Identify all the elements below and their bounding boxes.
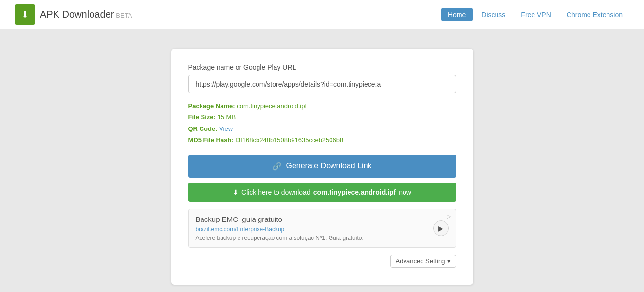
header: ⬇ APK DownloaderBETA Home Discuss Free V… — [0, 0, 644, 29]
chevron-down-icon: ▾ — [447, 257, 451, 265]
advanced-label: Advanced Setting — [396, 257, 445, 265]
ad-label: ▷ — [447, 213, 451, 219]
app-title: APK DownloaderBETA — [40, 9, 132, 20]
md5-value: f3f168cb248b1508b91635cceb2506b8 — [235, 136, 343, 144]
nav-discuss[interactable]: Discuss — [475, 8, 512, 21]
ad-arrow-button[interactable]: ▶ — [433, 220, 449, 236]
url-input[interactable] — [188, 75, 456, 93]
package-name-line: Package Name: com.tinypiece.android.ipf — [188, 100, 456, 111]
nav-freevpn[interactable]: Free VPN — [514, 8, 557, 21]
nav-home[interactable]: Home — [441, 8, 473, 21]
logo-box: ⬇ — [15, 4, 35, 25]
download-button[interactable]: ⬇ Click here to download com.tinypiece.a… — [188, 182, 456, 202]
qr-code-line: QR Code: View — [188, 123, 456, 134]
header-left: ⬇ APK DownloaderBETA — [15, 4, 132, 25]
header-nav: Home Discuss Free VPN Chrome Extension — [441, 8, 629, 21]
ad-title: Backup EMC: guia gratuito — [196, 215, 449, 223]
generate-label: Generate Download Link — [286, 162, 371, 170]
package-name-label: Package Name: — [188, 102, 235, 110]
qr-code-link[interactable]: View — [219, 125, 233, 132]
ad-box: ▷ Backup EMC: guia gratuito brazil.emc.c… — [188, 209, 456, 248]
ad-link[interactable]: brazil.emc.com/Enterprise-Backup — [196, 226, 285, 233]
generate-download-link-button[interactable]: 🔗 Generate Download Link — [188, 155, 456, 178]
file-size-label: File Size: — [188, 113, 216, 121]
ad-arrow-icon: ▶ — [438, 224, 443, 232]
main-content: Package name or Google Play URL Package … — [0, 29, 644, 292]
android-download-icon: ⬇ — [21, 9, 29, 20]
download-pkg-name: com.tinypiece.android.ipf — [313, 188, 396, 196]
package-name-value: com.tinypiece.android.ipf — [237, 102, 307, 110]
advanced-row: Advanced Setting ▾ — [188, 255, 456, 268]
download-prefix: Click here to download — [241, 188, 311, 196]
link-icon: 🔗 — [272, 162, 282, 171]
package-info: Package Name: com.tinypiece.android.ipf … — [188, 100, 456, 146]
md5-label: MD5 File Hash: — [188, 136, 234, 144]
md5-line: MD5 File Hash: f3f168cb248b1508b91635cce… — [188, 134, 456, 146]
download-suffix: now — [399, 188, 411, 196]
file-size-value: 15 MB — [217, 113, 236, 121]
ad-description: Acelere backup e recuperação com a soluç… — [196, 235, 449, 241]
file-size-line: File Size: 15 MB — [188, 111, 456, 123]
url-label: Package name or Google Play URL — [188, 63, 456, 71]
download-icon: ⬇ — [233, 188, 239, 196]
nav-chrome-ext[interactable]: Chrome Extension — [560, 8, 629, 21]
advanced-setting-button[interactable]: Advanced Setting ▾ — [390, 255, 456, 268]
beta-label: BETA — [116, 12, 132, 19]
qr-code-label: QR Code: — [188, 125, 218, 132]
card: Package name or Google Play URL Package … — [171, 49, 473, 285]
